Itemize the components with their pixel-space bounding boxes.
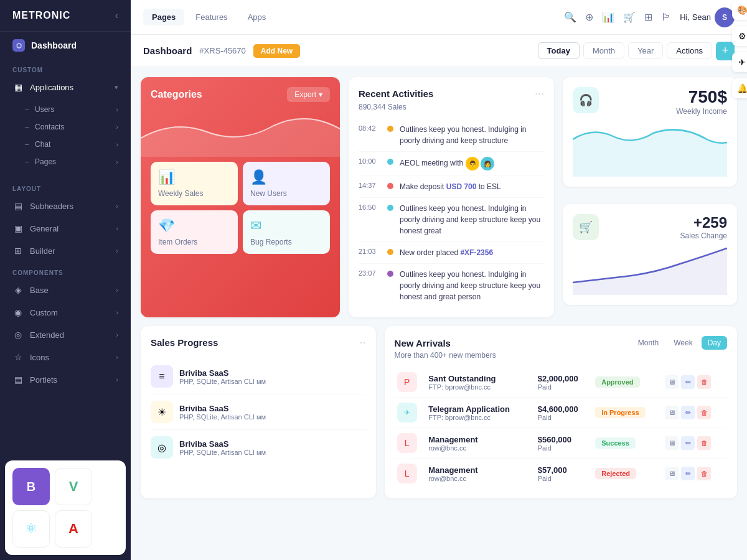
sidebar-item-builder[interactable]: ⊞Builder ›: [0, 240, 131, 262]
activity-dot-5: [387, 249, 393, 255]
sidebar-toggle-icon[interactable]: ‹: [115, 10, 118, 21]
app-logo-1: P: [397, 372, 417, 392]
avatars-group: 👨 👩: [466, 157, 494, 170]
sidebar-logo-area: METRONIC ‹: [0, 0, 131, 32]
cart-icon[interactable]: 🛒: [623, 11, 636, 23]
delete-button[interactable]: 🗑: [697, 375, 711, 389]
income-chart: [573, 121, 727, 177]
income-label: Weekly Income: [605, 107, 727, 116]
weekly-income-card: 🎧 750$ Weekly Income: [563, 77, 737, 187]
bell-icon[interactable]: 🔔: [732, 78, 747, 98]
na-paid-2: Paid: [538, 414, 590, 421]
applications-icon: ▦: [12, 82, 24, 93]
sidebar-dashboard-item[interactable]: ⬡ Dashboard: [0, 32, 131, 59]
dashboard-label: Dashboard: [31, 40, 77, 50]
chevron-right-icon: ›: [116, 225, 118, 232]
delete-button[interactable]: 🗑: [697, 467, 711, 480]
sidebar-item-general[interactable]: ▣General ›: [0, 217, 131, 240]
actions-button[interactable]: Actions: [667, 42, 712, 59]
send-icon[interactable]: ✈: [732, 67, 747, 72]
applications-submenu: – Users › – Contacts › – Chat › – Pages …: [0, 98, 131, 173]
dashboard-icon: ⬡: [12, 39, 25, 52]
subcard-item-orders[interactable]: 💎 Item Orders: [151, 210, 238, 254]
chart-icon[interactable]: 📊: [602, 11, 614, 23]
bootstrap-logo: B: [12, 468, 50, 505]
na-logo-cell: L: [395, 428, 426, 459]
edit-button[interactable]: ✏: [681, 467, 695, 480]
order-link[interactable]: #XF-2356: [460, 248, 493, 257]
sidebar-item-applications[interactable]: ▦ Applications ▾: [0, 76, 131, 98]
subcard-bug-reports[interactable]: ✉ Bug Reports: [243, 210, 330, 254]
delete-button[interactable]: 🗑: [697, 436, 711, 450]
na-title: New Arrivals: [395, 338, 451, 348]
na-actions-1: 🖥 ✏ 🗑: [665, 375, 725, 389]
status-badge-approved: Approved: [595, 376, 639, 388]
flag-icon[interactable]: 🏳: [661, 12, 671, 23]
na-badge-cell: Success: [593, 428, 662, 459]
na-name-cell: Sant OutstandingFTP: bprow@bnc.cc: [426, 367, 535, 398]
copy-button[interactable]: 🖥: [665, 436, 679, 450]
tab-apps[interactable]: Apps: [239, 9, 275, 26]
base-icon: ◈: [12, 284, 24, 296]
na-logo-cell: P: [395, 367, 426, 398]
tab-pages[interactable]: Pages: [143, 9, 184, 26]
topnav-icons: 🔍 ⊕ 📊 🛒 ⊞ 🏳 Hi, Sean S: [564, 7, 735, 27]
subcard-new-users-label: New Users: [250, 189, 287, 198]
na-ftp-1: FTP: bprow@bnc.cc: [428, 383, 533, 391]
tab-features[interactable]: Features: [187, 9, 236, 26]
na-paid-4: Paid: [538, 475, 590, 482]
sp-title: Sales Progress: [151, 337, 218, 348]
copy-button[interactable]: 🖥: [665, 467, 679, 480]
search-icon[interactable]: 🔍: [564, 11, 576, 23]
na-amount-cell: $4,600,000Paid: [535, 398, 593, 428]
activity-item-5: 21:03 New order placed #XF-2356: [359, 242, 544, 264]
sidebar-item-contacts[interactable]: – Contacts ›: [0, 118, 131, 136]
sidebar-item-portlets[interactable]: ▤Portlets ›: [0, 368, 131, 391]
app-logo-3: L: [397, 433, 417, 453]
subcard-weekly-sales[interactable]: 📊 Weekly Sales: [151, 162, 238, 205]
edit-button[interactable]: ✏: [681, 436, 695, 450]
sidebar-item-icons[interactable]: ☆Icons ›: [0, 346, 131, 368]
sidebar-item-custom[interactable]: ◉Custom ›: [0, 301, 131, 324]
sidebar-item-pages[interactable]: – Pages ›: [0, 153, 131, 170]
edit-button[interactable]: ✏: [681, 375, 695, 389]
na-table: P Sant OutstandingFTP: bprow@bnc.cc $2,0…: [395, 367, 727, 488]
subcard-new-users[interactable]: 👤 New Users: [243, 162, 330, 205]
activities-menu-icon[interactable]: ···: [535, 87, 544, 100]
sidebar-item-users[interactable]: – Users ›: [0, 101, 131, 118]
delete-button[interactable]: 🗑: [697, 406, 711, 419]
sidebar-item-chat[interactable]: – Chat ›: [0, 136, 131, 153]
export-button[interactable]: Export ▾: [287, 87, 330, 102]
sp-menu-icon[interactable]: ··: [360, 336, 366, 349]
react-logo: ⚛: [12, 510, 50, 548]
na-action-cell: 🖥 ✏ 🗑: [662, 398, 727, 428]
share-icon[interactable]: ⊕: [585, 11, 593, 23]
year-button[interactable]: Year: [628, 42, 663, 59]
section-label-components: COMPONENTS: [0, 262, 131, 279]
month-button[interactable]: Month: [583, 42, 624, 59]
na-tab-week[interactable]: Week: [667, 336, 698, 350]
today-button[interactable]: Today: [538, 42, 580, 59]
sp-sub-1: PHP, SQLite, Artisan CLI мм: [179, 378, 366, 385]
add-new-button[interactable]: Add New: [253, 44, 300, 58]
copy-button[interactable]: 🖥: [665, 406, 679, 419]
na-logo-cell: L: [395, 459, 426, 489]
copy-button[interactable]: 🖥: [665, 375, 679, 389]
sp-name-3: Briviba SaaS: [179, 439, 366, 449]
sidebar-item-extended[interactable]: ◎Extended ›: [0, 324, 131, 346]
activity-time-1: 08:42: [359, 124, 381, 132]
categories-title: Categories: [151, 89, 202, 100]
activity-text-6: Outlines keep you honest. Indulging in p…: [400, 269, 544, 302]
na-tab-day[interactable]: Day: [702, 336, 727, 350]
deposit-link[interactable]: USD 700: [446, 182, 477, 191]
grid-icon[interactable]: ⊞: [644, 11, 652, 23]
na-tab-month[interactable]: Month: [632, 336, 665, 350]
avatar-2: 👩: [481, 157, 494, 170]
custom-icon: ◉: [12, 307, 24, 318]
na-name-3: Management: [428, 435, 533, 444]
sidebar-item-base[interactable]: ◈Base ›: [0, 279, 131, 301]
na-badge-cell: In Progress: [593, 398, 662, 428]
sidebar-item-subheaders[interactable]: ▤Subheaders ›: [0, 195, 131, 217]
activity-time-4: 16:50: [359, 203, 381, 211]
edit-button[interactable]: ✏: [681, 406, 695, 419]
